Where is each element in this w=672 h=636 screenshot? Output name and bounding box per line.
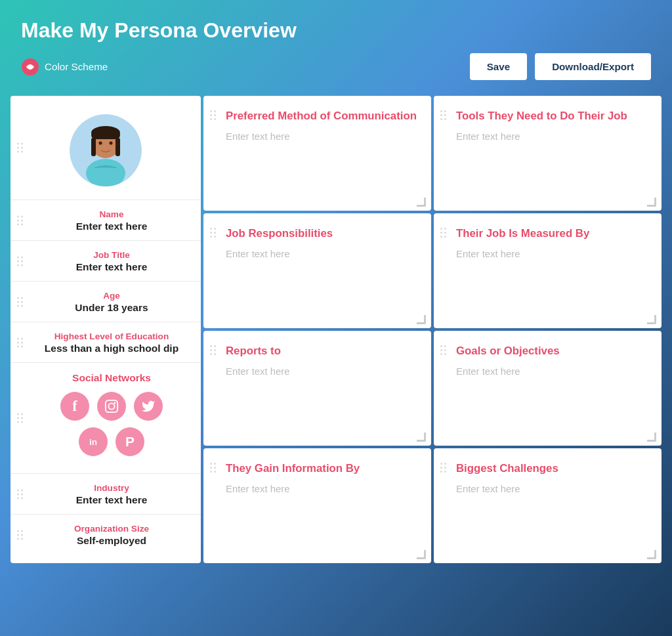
industry-label: Industry — [33, 483, 190, 493]
card-information: They Gain Information By Enter text here — [203, 448, 431, 563]
card-2-text[interactable]: Enter text here — [226, 249, 418, 259]
card-3-text[interactable]: Enter text here — [456, 249, 648, 259]
card-0-drag-handle[interactable] — [210, 110, 216, 120]
svg-point-9 — [110, 142, 113, 145]
card-5-corner — [647, 433, 656, 442]
main-content: Name Enter text here Job Title Enter tex… — [0, 96, 672, 574]
industry-value[interactable]: Enter text here — [33, 494, 190, 506]
avatar-section — [10, 96, 201, 200]
org-size-section: Organization Size Self-employed — [10, 515, 201, 555]
facebook-icon[interactable]: f — [60, 392, 89, 421]
name-value[interactable]: Enter text here — [33, 221, 190, 232]
name-label: Name — [33, 209, 190, 219]
svg-point-2 — [86, 159, 125, 186]
industry-section: Industry Enter text here — [10, 474, 201, 515]
card-1-drag-handle[interactable] — [440, 110, 446, 120]
card-5-title: Goals or Objectives — [456, 344, 648, 358]
twitter-icon[interactable] — [134, 392, 163, 421]
card-6-title: They Gain Information By — [226, 461, 418, 476]
svg-rect-10 — [106, 400, 117, 412]
card-challenges: Biggest Challenges Enter text here — [434, 448, 662, 563]
age-label: Age — [33, 291, 190, 301]
card-0-corner — [417, 198, 426, 207]
card-4-title: Reports to — [226, 344, 418, 358]
card-5-text[interactable]: Enter text here — [456, 366, 648, 377]
card-3-title: Their Job Is Measured By — [456, 226, 648, 241]
age-drag-handle[interactable] — [17, 297, 23, 307]
svg-point-8 — [99, 142, 102, 145]
card-4-corner — [417, 433, 426, 442]
svg-rect-5 — [91, 131, 120, 139]
card-7-title: Biggest Challenges — [456, 461, 648, 476]
page-header: Make My Persona Overview Color Scheme Sa… — [0, 0, 672, 91]
svg-rect-7 — [116, 138, 120, 156]
color-scheme-selector[interactable]: Color Scheme — [21, 58, 108, 76]
card-3-corner — [647, 315, 656, 324]
social-section: Social Networks f in P — [10, 363, 201, 474]
age-value[interactable]: Under 18 years — [33, 302, 190, 314]
card-2-corner — [417, 315, 426, 324]
card-goals: Goals or Objectives Enter text here — [434, 331, 662, 446]
org-size-value[interactable]: Self-employed — [33, 535, 190, 547]
color-scheme-label: Color Scheme — [45, 61, 108, 72]
social-drag-handle[interactable] — [17, 413, 23, 423]
age-section: Age Under 18 years — [10, 282, 201, 322]
svg-rect-6 — [91, 138, 96, 156]
job-title-label: Job Title — [33, 250, 190, 260]
name-section: Name Enter text here — [10, 200, 201, 241]
card-7-text[interactable]: Enter text here — [456, 484, 648, 494]
social-label: Social Networks — [33, 372, 190, 384]
org-size-label: Organization Size — [33, 524, 190, 534]
card-7-corner — [647, 550, 656, 559]
job-title-section: Job Title Enter text here — [10, 241, 201, 282]
download-button[interactable]: Download/Export — [535, 53, 651, 80]
card-0-title: Preferred Method of Communication — [226, 109, 418, 123]
name-drag-handle[interactable] — [17, 215, 23, 225]
card-reports: Reports to Enter text here — [203, 331, 431, 446]
education-value[interactable]: Less than a high school dip — [33, 343, 190, 354]
card-responsibilities: Job Responsibilities Enter text here — [203, 213, 431, 328]
card-4-drag-handle[interactable] — [210, 345, 216, 355]
education-label: Highest Level of Education — [33, 331, 190, 341]
card-3-drag-handle[interactable] — [440, 228, 446, 238]
job-title-value[interactable]: Enter text here — [33, 261, 190, 273]
education-section: Highest Level of Education Less than a h… — [10, 322, 201, 363]
header-controls: Color Scheme Save Download/Export — [21, 53, 651, 80]
org-size-drag-handle[interactable] — [17, 530, 23, 540]
card-6-text[interactable]: Enter text here — [226, 484, 418, 494]
card-0-text[interactable]: Enter text here — [226, 131, 418, 142]
card-2-title: Job Responsibilities — [226, 226, 418, 241]
card-2-drag-handle[interactable] — [210, 228, 216, 238]
education-drag-handle[interactable] — [17, 337, 23, 347]
social-icons-row-1: f — [33, 392, 190, 421]
card-6-drag-handle[interactable] — [210, 463, 216, 473]
card-4-text[interactable]: Enter text here — [226, 366, 418, 377]
left-panel: Name Enter text here Job Title Enter tex… — [10, 96, 201, 563]
card-1-corner — [647, 198, 656, 207]
linkedin-icon[interactable]: in — [79, 427, 108, 456]
job-title-drag-handle[interactable] — [17, 256, 23, 266]
social-icons-row-2: in P — [33, 427, 190, 456]
header-buttons: Save Download/Export — [470, 53, 651, 80]
industry-drag-handle[interactable] — [17, 489, 23, 499]
card-5-drag-handle[interactable] — [440, 345, 446, 355]
card-7-drag-handle[interactable] — [440, 463, 446, 473]
save-button[interactable]: Save — [470, 53, 527, 80]
pinterest-icon[interactable]: P — [116, 427, 144, 456]
right-grid: Preferred Method of Communication Enter … — [203, 96, 662, 563]
card-measured: Their Job Is Measured By Enter text here — [434, 213, 662, 328]
instagram-icon[interactable] — [97, 392, 126, 421]
avatar-image — [70, 114, 142, 186]
svg-point-12 — [114, 402, 116, 404]
color-scheme-icon — [21, 58, 39, 76]
card-tools: Tools They Need to Do Their Job Enter te… — [434, 96, 662, 211]
card-1-text[interactable]: Enter text here — [456, 131, 648, 142]
card-communication: Preferred Method of Communication Enter … — [203, 96, 431, 211]
svg-point-11 — [108, 403, 114, 409]
page-title: Make My Persona Overview — [21, 18, 651, 43]
avatar-drag-handle[interactable] — [17, 143, 23, 153]
card-6-corner — [417, 550, 426, 559]
avatar[interactable] — [70, 114, 142, 186]
card-1-title: Tools They Need to Do Their Job — [456, 109, 648, 123]
